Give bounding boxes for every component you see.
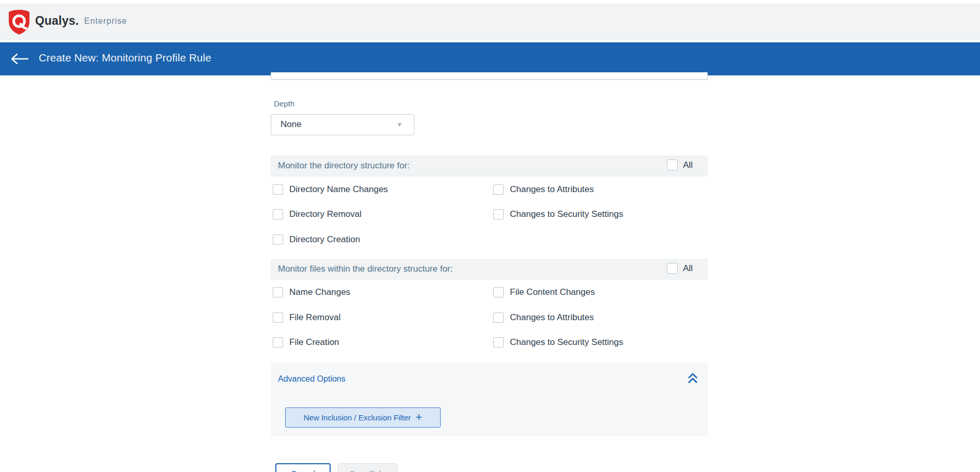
all-checkbox-files[interactable] [667, 263, 678, 274]
checkbox-directory-removal[interactable] [273, 209, 283, 219]
save-rule-button[interactable]: Save Rule [337, 463, 398, 472]
partial-text-input[interactable] [271, 72, 708, 80]
checkbox-changes-to-security-settings[interactable] [493, 209, 504, 219]
checkbox-name-changes[interactable] [273, 287, 283, 297]
advanced-options-link[interactable]: Advanced Options [278, 374, 346, 384]
section-header-files: Monitor files within the directory struc… [271, 259, 708, 280]
depth-dropdown-value: None [281, 119, 302, 130]
checkbox-label: Changes to Attributes [510, 184, 594, 195]
depth-label: Depth [274, 99, 294, 108]
checkbox-label: Directory Removal [289, 209, 362, 219]
checkbox-directory-name-changes[interactable] [273, 184, 283, 195]
checkbox-file-changes-to-security-settings[interactable] [493, 337, 504, 348]
checkbox-file-changes-to-attributes[interactable] [493, 312, 504, 323]
depth-dropdown[interactable]: None ▼ [271, 114, 414, 135]
checkbox-label: Name Changes [289, 287, 350, 297]
checkbox-file-content-changes[interactable] [493, 287, 504, 297]
advanced-options-panel: Advanced Options New Inclusion / Exclusi… [271, 363, 708, 436]
all-label: All [683, 263, 693, 274]
checkbox-label: File Removal [289, 312, 340, 323]
cancel-button[interactable]: Cancel [275, 463, 331, 472]
qualys-logo-icon [7, 9, 31, 35]
form-content: Depth None ▼ Monitor the directory struc… [271, 0, 708, 472]
checkbox-directory-creation[interactable] [273, 234, 283, 245]
checkbox-label: Directory Creation [289, 234, 360, 245]
checkbox-label: Directory Name Changes [289, 184, 388, 195]
back-arrow-icon[interactable] [10, 53, 31, 65]
screen: Qualys. Enterprise Create New: Monitorin… [0, 0, 980, 472]
chevrons-up-icon[interactable] [687, 372, 699, 385]
all-checkbox-directory[interactable] [667, 160, 678, 170]
checkbox-file-creation[interactable] [273, 337, 283, 348]
checkbox-changes-to-attributes[interactable] [493, 184, 504, 195]
checkbox-file-removal[interactable] [273, 312, 283, 323]
button-label: New Inclusion / Exclusion Filter [304, 413, 411, 422]
section-title: Monitor files within the directory struc… [278, 264, 453, 274]
brand-product-label: Enterprise [84, 17, 127, 26]
checkbox-label: Changes to Attributes [510, 312, 594, 323]
checkbox-label: File Content Changes [510, 287, 595, 297]
brand-name: Qualys. [35, 14, 79, 28]
section-title: Monitor the directory structure for: [278, 161, 410, 171]
chevron-down-icon: ▼ [397, 121, 402, 128]
checkbox-label: Changes to Security Settings [510, 337, 623, 348]
checkbox-label: Changes to Security Settings [510, 209, 623, 219]
section-header-directory: Monitor the directory structure for: All [271, 155, 708, 177]
page-title: Create New: Monitoring Profile Rule [39, 52, 211, 64]
plus-icon: + [415, 413, 422, 422]
checkbox-label: File Creation [289, 337, 339, 348]
new-inclusion-exclusion-filter-button[interactable]: New Inclusion / Exclusion Filter + [285, 407, 441, 428]
all-label: All [683, 160, 693, 170]
